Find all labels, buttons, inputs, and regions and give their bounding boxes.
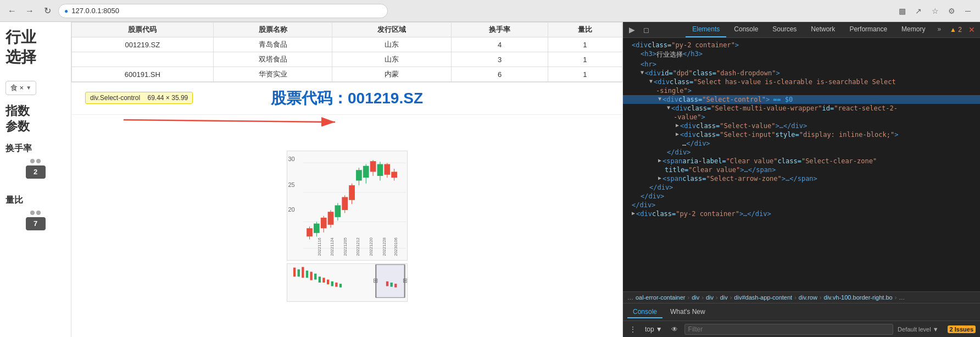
- more-tabs-icon[interactable]: »: [933, 22, 945, 37]
- inspect-element-icon[interactable]: ▶: [626, 24, 638, 36]
- devtools-breadcrumb: … oal-error-container › div › div › div …: [623, 291, 980, 303]
- svg-text:20221124: 20221124: [330, 237, 335, 256]
- dom-line[interactable]: <div class= "py-2 container" >: [623, 41, 980, 49]
- turnover-value: 2: [26, 165, 46, 179]
- table-row[interactable]: 001219.SZ 青岛食品 山东 4 1: [72, 37, 622, 52]
- tab-elements[interactable]: Elements: [686, 22, 726, 37]
- console-filter-input[interactable]: [684, 324, 894, 335]
- browser-actions: ▩ ↗ ☆ ⚙ ─: [895, 4, 975, 18]
- svg-text:⊞: ⊞: [403, 277, 407, 284]
- dom-line[interactable]: ▼ <div id= "dpd" class= "dash-dropdown" …: [623, 69, 980, 78]
- svg-rect-21: [335, 205, 341, 217]
- eye-button[interactable]: 👁: [669, 324, 680, 334]
- url-text: 127.0.0.1:8050: [71, 7, 119, 15]
- dom-line[interactable]: ▶ <div class= "Select-value" >…</div>: [623, 121, 980, 130]
- ratio-value: 7: [26, 217, 46, 230]
- breadcrumb-div2[interactable]: div: [706, 294, 714, 301]
- breadcrumb-div3[interactable]: div: [720, 294, 728, 301]
- lock-icon: ●: [64, 7, 68, 15]
- svg-rect-47: [335, 283, 337, 287]
- food-select-tag[interactable]: 食 × ▼: [5, 81, 36, 95]
- tag-text: 食 ×: [10, 83, 24, 93]
- device-mode-icon[interactable]: ◻: [640, 24, 652, 36]
- svg-rect-13: [363, 165, 369, 177]
- dom-line[interactable]: title= "Clear value" >…</span>: [623, 165, 980, 174]
- tab-sources[interactable]: Sources: [766, 22, 803, 37]
- tab-memory[interactable]: Memory: [895, 22, 932, 37]
- slider-dot-1: [30, 159, 35, 163]
- dom-line[interactable]: … </div>: [623, 139, 980, 148]
- bookmark-icon[interactable]: ☆: [928, 4, 942, 18]
- console-context-selector[interactable]: top ▼: [643, 324, 665, 334]
- url-bar[interactable]: ● 127.0.0.1:8050: [58, 4, 388, 18]
- svg-rect-11: [370, 161, 376, 172]
- svg-rect-48: [339, 284, 341, 288]
- dom-line-selected[interactable]: ▼ <div class= "Select-control" > == $0: [623, 95, 980, 104]
- ratio-label: 量比: [5, 195, 65, 206]
- dom-line[interactable]: -single" >: [623, 86, 980, 95]
- svg-rect-37: [293, 267, 295, 276]
- refresh-button[interactable]: ↻: [41, 4, 54, 18]
- tab-console[interactable]: Console: [727, 22, 765, 37]
- dom-line[interactable]: -value" >: [623, 113, 980, 121]
- tab-whats-new[interactable]: What's New: [665, 306, 711, 318]
- breadcrumb-divvh[interactable]: div.vh-100.border-right.bo: [824, 294, 893, 301]
- top-label: top: [645, 325, 654, 333]
- dom-line[interactable]: </div>: [623, 148, 980, 157]
- profile-icon[interactable]: ─: [961, 4, 975, 18]
- issues-section: 2 Issues: [948, 325, 976, 333]
- dom-line[interactable]: </div>: [623, 183, 980, 192]
- extension-icon[interactable]: ⚙: [945, 4, 958, 18]
- dom-line[interactable]: ▶ <span class= "Select-arrow-zone" >…</s…: [623, 174, 980, 183]
- issues-badge[interactable]: 2 Issues: [948, 325, 976, 333]
- cell-name: 华资实业: [213, 67, 332, 82]
- breadcrumb-div1[interactable]: div: [692, 294, 699, 301]
- dom-line[interactable]: ▶ <span aria-label= "Clear value" class=…: [623, 157, 980, 165]
- close-devtools-icon[interactable]: ✕: [966, 22, 977, 37]
- default-level-dropdown[interactable]: Default level ▼: [898, 326, 938, 333]
- dom-line[interactable]: ▼ <div class= "Select-multi-value-wrappe…: [623, 104, 980, 113]
- dom-line[interactable]: <h3> 行业选择 </h3>: [623, 49, 980, 60]
- breadcrumb-dash-app-content[interactable]: div#dash-app-content: [734, 294, 792, 301]
- forward-button[interactable]: →: [23, 4, 36, 18]
- dom-line[interactable]: </div>: [623, 192, 980, 201]
- mini-chart[interactable]: ⊞ ⊞: [287, 263, 408, 302]
- slider-dot-4: [36, 211, 41, 215]
- dom-line[interactable]: </div>: [623, 201, 980, 209]
- breadcrumb-oal-error[interactable]: oal-error-container: [636, 294, 685, 301]
- col-header-rate: 换手率: [452, 23, 548, 37]
- svg-rect-9: [377, 164, 383, 175]
- tab-performance[interactable]: Performance: [843, 22, 894, 37]
- ratio-slider[interactable]: 7: [5, 211, 65, 238]
- col-header-name: 股票名称: [213, 23, 332, 37]
- share-icon[interactable]: ↗: [912, 4, 925, 18]
- cell-ratio: 1: [548, 67, 622, 82]
- cast-icon[interactable]: ▩: [895, 4, 909, 18]
- devtools-bottom-bar: ⋮ top ▼ 👁 Default level ▼ 2 Issues: [623, 321, 980, 337]
- breadcrumb-divrow[interactable]: div.row: [799, 294, 817, 301]
- dom-line[interactable]: ▶ <div class= "Select-input" style= "dis…: [623, 130, 980, 139]
- tab-console-bottom[interactable]: Console: [627, 306, 662, 318]
- svg-text:20221116: 20221116: [316, 237, 321, 256]
- cell-region: 内蒙: [332, 67, 452, 82]
- table-row[interactable]: 双塔食品 山东 3 1: [72, 52, 622, 67]
- dom-line[interactable]: ▼ <div class= "Select has-value is-clear…: [623, 78, 980, 86]
- tab-network[interactable]: Network: [804, 22, 842, 37]
- svg-rect-23: [327, 212, 333, 225]
- turnover-slider[interactable]: 2: [5, 159, 65, 186]
- candlestick-svg: 20230106 20221228 20221220 20221212 2022…: [287, 151, 407, 260]
- console-tabs: Console What's New: [627, 306, 711, 318]
- svg-rect-19: [342, 197, 348, 210]
- back-button[interactable]: ←: [5, 4, 19, 18]
- dom-line[interactable]: ▶ <div class= "py-2 container" >…</div>: [623, 209, 980, 218]
- table-area: 股票代码 股票名称 发行区域 换手率 量比 001219.SZ 青岛食品 山东 …: [71, 22, 622, 82]
- table-row[interactable]: 600191.SH 华资实业 内蒙 6 1: [72, 67, 622, 82]
- devtools-content: <div class= "py-2 container" > <h3> 行业选择…: [623, 38, 980, 291]
- svg-text:20221205: 20221205: [342, 237, 347, 256]
- svg-rect-25: [320, 217, 326, 228]
- dom-line[interactable]: <hr>: [623, 60, 980, 69]
- svg-rect-15: [356, 170, 362, 180]
- ellipsis-button[interactable]: ⋮: [627, 324, 638, 334]
- candlestick-chart: 30 25 20: [287, 151, 408, 261]
- mini-chart-svg: ⊞ ⊞: [287, 264, 407, 301]
